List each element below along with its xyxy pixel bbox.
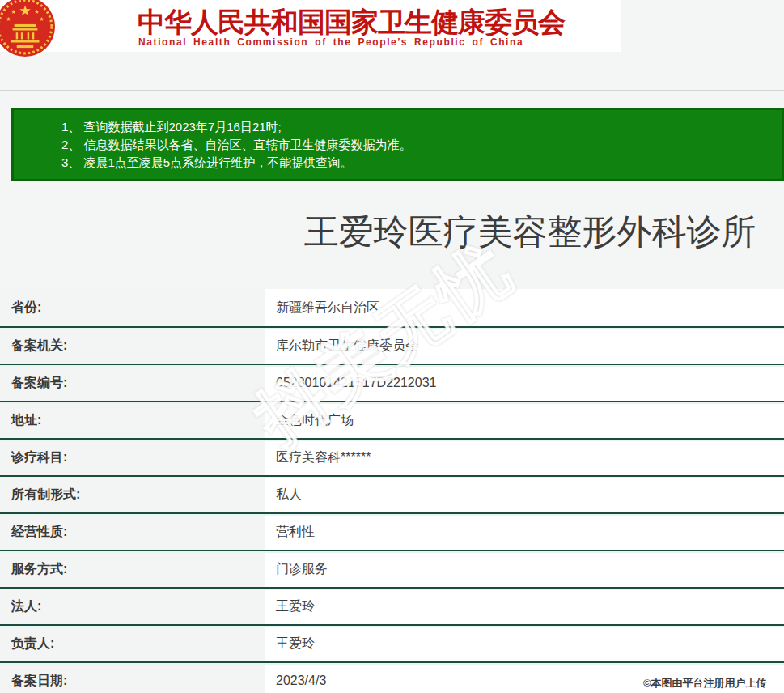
table-row: 省份: 新疆维吾尔自治区 <box>0 289 784 326</box>
table-row: 备案编号: 65280101421517D2212031 <box>0 364 784 401</box>
table-row: 经营性质: 营利性 <box>0 512 784 550</box>
svg-text:★: ★ <box>39 15 44 23</box>
table-row: 服务方式: 门诊服务 <box>0 550 784 587</box>
table-row: 备案机关: 库尔勒市卫生健康委员会 <box>0 326 784 364</box>
row-value: 王爱玲 <box>265 626 784 661</box>
china-national-emblem-icon: ★ ★ ★ ★ ★ <box>0 0 55 57</box>
table-row: 诊疗科目: 医疗美容科****** <box>0 438 784 475</box>
row-label: 备案日期: <box>0 663 265 693</box>
row-value: 私人 <box>265 477 784 512</box>
row-label: 地址: <box>0 402 265 438</box>
table-row: 地址: 金色时代广场 <box>0 401 784 438</box>
row-label: 负责人: <box>0 626 265 661</box>
header-divider <box>0 90 784 91</box>
notice-line: 1、 查询数据截止到2023年7月16日21时; <box>61 118 773 136</box>
notice-line: 2、 信息数据结果以各省、自治区、直辖市卫生健康委数据为准。 <box>61 136 773 154</box>
row-value: 金色时代广场 <box>265 402 784 438</box>
row-value: 医疗美容科****** <box>265 440 784 475</box>
row-label: 诊疗科目: <box>0 440 265 475</box>
row-label: 服务方式: <box>0 551 265 587</box>
row-label: 备案机关: <box>0 328 265 364</box>
page: ★ ★ ★ ★ ★ 中华人民共和国国家卫生健康委员会 National Heal… <box>0 0 784 693</box>
row-value: 门诊服务 <box>265 551 784 587</box>
row-label: 备案编号: <box>0 365 265 401</box>
page-title: 王爱玲医疗美容整形外科诊所 <box>275 210 784 253</box>
row-value: 65280101421517D2212031 <box>265 365 784 401</box>
row-label: 经营性质: <box>0 514 265 550</box>
site-title-en: National Health Commission of the People… <box>138 36 523 48</box>
row-value: 营利性 <box>265 514 784 550</box>
site-header: ★ ★ ★ ★ ★ 中华人民共和国国家卫生健康委员会 National Heal… <box>0 0 621 52</box>
table-row: 所有制形式: 私人 <box>0 475 784 512</box>
svg-text:★: ★ <box>19 2 32 19</box>
notice-box: 1、 查询数据截止到2023年7月16日21时; 2、 信息数据结果以各省、自治… <box>11 108 784 181</box>
row-label: 省份: <box>0 289 265 326</box>
svg-text:★: ★ <box>11 8 15 15</box>
row-value: 新疆维吾尔自治区 <box>265 289 784 326</box>
row-label: 所有制形式: <box>0 477 265 512</box>
table-row: 负责人: 王爱玲 <box>0 624 784 661</box>
upload-copyright-stamp: ©本图由平台注册用户上传 <box>643 676 767 691</box>
row-value: 库尔勒市卫生健康委员会 <box>265 328 784 364</box>
svg-text:★: ★ <box>6 15 11 23</box>
record-table: 省份: 新疆维吾尔自治区 备案机关: 库尔勒市卫生健康委员会 备案编号: 652… <box>0 289 784 693</box>
svg-text:★: ★ <box>34 8 39 15</box>
row-label: 法人: <box>0 589 265 624</box>
table-row: 法人: 王爱玲 <box>0 587 784 624</box>
row-value: 王爱玲 <box>265 589 784 624</box>
notice-line: 3、 凌晨1点至凌晨5点系统进行维护，不能提供查询。 <box>61 154 773 172</box>
